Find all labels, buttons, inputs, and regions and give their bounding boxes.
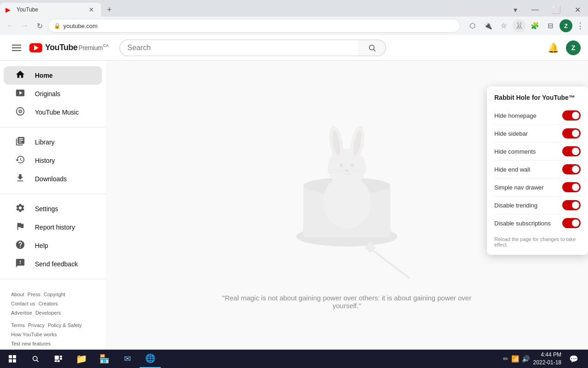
rabbit-hole-extension-icon[interactable]: 🐰 xyxy=(513,19,526,32)
taskbar-right: ✏ 📶 🔊 4:44 PM 2022-01-18 💬 xyxy=(499,350,588,368)
sidebar-item-history[interactable]: History xyxy=(4,151,102,170)
sidebar-home-label: Home xyxy=(35,72,53,79)
popup-toggle-5[interactable] xyxy=(562,200,581,210)
notification-bell-button[interactable]: 🔔 xyxy=(544,39,562,57)
tab-dropdown-button[interactable]: ▾ xyxy=(510,4,521,15)
search-input[interactable] xyxy=(119,40,358,56)
popup-toggle-row: Hide comments xyxy=(494,143,581,161)
maximize-button[interactable]: ⬜ xyxy=(546,1,567,18)
footer-link-contact[interactable]: Contact us xyxy=(11,301,35,306)
footer-link-copyright[interactable]: Copyright xyxy=(44,292,65,297)
sidebar-item-home[interactable]: Home xyxy=(4,66,102,85)
popup-toggle-label: Hide sidebar xyxy=(494,130,528,137)
svg-rect-28 xyxy=(13,355,16,358)
sidebar-item-send-feedback[interactable]: Send feedback xyxy=(4,255,102,273)
hamburger-menu-button[interactable] xyxy=(7,39,26,57)
sidebar-item-downloads[interactable]: Downloads xyxy=(4,170,102,188)
active-tab[interactable]: ▶ YouTube ✕ xyxy=(0,3,101,17)
svg-rect-29 xyxy=(9,359,12,362)
popup-toggle-label: Hide comments xyxy=(494,148,536,155)
popup-toggle-4[interactable] xyxy=(562,182,581,192)
report-icon xyxy=(15,221,26,234)
sidebar-item-youtube-music[interactable]: YouTube Music xyxy=(4,103,102,121)
taskbar-mail[interactable]: ✉ xyxy=(117,350,138,368)
taskbar-volume-icon[interactable]: 🔊 xyxy=(522,355,530,362)
new-tab-button[interactable]: + xyxy=(103,3,116,16)
popup-toggle-row: Hide end wall xyxy=(494,161,581,178)
footer-link-developers[interactable]: Developers xyxy=(35,310,61,316)
footer-link-privacy[interactable]: Privacy xyxy=(28,322,45,328)
notification-center-button[interactable]: 💬 xyxy=(563,350,584,368)
popup-toggle-2[interactable] xyxy=(562,146,581,156)
minimize-button[interactable]: — xyxy=(525,1,546,18)
taskbar-store[interactable]: 🏪 xyxy=(94,350,115,368)
footer-link-test-features[interactable]: Test new features xyxy=(11,341,51,346)
svg-line-4 xyxy=(373,49,375,51)
reload-button[interactable]: ↻ xyxy=(33,19,46,32)
svg-point-31 xyxy=(33,356,37,361)
browser-action-buttons: ⬡ 🔌 ☆ 🐰 🧩 ⊟ Z ⋮ xyxy=(466,19,584,32)
task-view-button[interactable] xyxy=(48,350,69,368)
sidebar-feedback-label: Send feedback xyxy=(35,260,78,268)
footer-link-about[interactable]: About xyxy=(11,292,24,297)
taskbar-date-text: 2022-01-18 xyxy=(533,359,561,367)
back-button[interactable]: ← xyxy=(4,19,17,32)
window-controls: — ⬜ ✕ xyxy=(525,1,588,18)
sidebar-item-library[interactable]: Library xyxy=(4,133,102,151)
sidebar-originals-label: Originals xyxy=(35,90,60,98)
footer-link-how-yt-works[interactable]: How YouTube works xyxy=(11,332,57,337)
feedback-icon xyxy=(15,258,26,270)
search-taskbar-button[interactable] xyxy=(25,350,46,368)
footer-link-press[interactable]: Press xyxy=(28,292,40,297)
tab-close-button[interactable]: ✕ xyxy=(87,6,96,14)
sidebar-item-originals[interactable]: Originals xyxy=(4,85,102,103)
popup-toggle-label: Hide homepage xyxy=(494,112,537,119)
footer-link-advertise[interactable]: Advertise xyxy=(11,310,32,316)
main-content: "Real magic is not about gaining power o… xyxy=(106,61,588,368)
sidebar-item-report-history[interactable]: Report history xyxy=(4,218,102,236)
sidebar-toggle-icon[interactable]: ⊟ xyxy=(544,19,557,32)
sidebar-item-settings[interactable]: Settings xyxy=(4,200,102,218)
bookmark-icon[interactable]: ☆ xyxy=(497,19,510,32)
taskbar-chrome[interactable]: 🌐 xyxy=(140,350,161,368)
toggle-slider-2 xyxy=(562,146,581,156)
toggle-slider-4 xyxy=(562,182,581,192)
start-button[interactable] xyxy=(2,350,23,368)
taskbar-clock[interactable]: 4:44 PM 2022-01-18 xyxy=(533,351,561,367)
sidebar: Home Originals YouTube Music Library xyxy=(0,61,106,368)
profile-button[interactable]: Z xyxy=(560,19,572,32)
footer-links-row1: About Press Copyright xyxy=(11,290,95,299)
footer-link-policy[interactable]: Policy & Safety xyxy=(48,322,82,328)
yt-logo[interactable]: YouTubePremiumCA xyxy=(29,43,108,52)
svg-point-8 xyxy=(19,110,22,113)
taskbar-file-explorer[interactable]: 📁 xyxy=(71,350,92,368)
user-avatar[interactable]: Z xyxy=(566,40,581,55)
sidebar-library-label: Library xyxy=(35,138,55,146)
taskbar: 📁 🏪 ✉ 🌐 ✏ 📶 🔊 4:44 PM 2022-01-18 💬 xyxy=(0,350,588,368)
quote-text: "Real magic is not about gaining power o… xyxy=(218,294,475,310)
popup-toggle-0[interactable] xyxy=(562,110,581,121)
popup-toggle-label: Hide end wall xyxy=(494,166,530,173)
popup-toggle-rows: Hide homepageHide sidebarHide commentsHi… xyxy=(494,107,581,232)
svg-point-7 xyxy=(17,107,24,115)
popup-toggle-3[interactable] xyxy=(562,164,581,174)
extensions-icon[interactable]: 🔌 xyxy=(481,19,494,32)
puzzle-icon[interactable]: 🧩 xyxy=(528,19,541,32)
browser-menu-button[interactable]: ⋮ xyxy=(576,21,584,31)
forward-button[interactable]: → xyxy=(18,19,31,32)
downloads-icon xyxy=(15,173,26,185)
svg-rect-33 xyxy=(55,356,59,360)
svg-point-3 xyxy=(369,45,374,50)
sidebar-divider-1 xyxy=(0,127,106,127)
address-bar[interactable]: 🔒 youtube.com xyxy=(48,19,460,33)
yt-header: YouTubePremiumCA 🔔 Z xyxy=(0,35,588,61)
popup-toggle-6[interactable] xyxy=(562,218,581,228)
popup-toggle-1[interactable] xyxy=(562,128,581,138)
sidebar-item-help[interactable]: Help xyxy=(4,236,102,255)
footer-link-creators[interactable]: Creators xyxy=(39,301,58,306)
taskbar-network-icon[interactable]: 📶 xyxy=(511,355,519,362)
search-button[interactable] xyxy=(358,40,386,56)
close-button[interactable]: ✕ xyxy=(567,1,588,18)
screenshare-icon[interactable]: ⬡ xyxy=(466,19,479,32)
footer-link-terms[interactable]: Terms xyxy=(11,322,25,328)
